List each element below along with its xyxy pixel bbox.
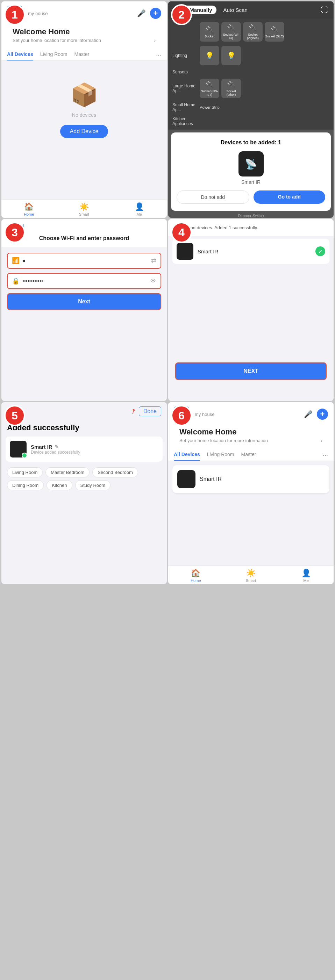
socket-other-item[interactable]: 🔌Socket (other) bbox=[221, 79, 241, 98]
refresh-icon[interactable]: ⇄ bbox=[151, 257, 156, 264]
socket-wifi-item[interactable]: 🔌 Socket (Wi-Fi) bbox=[221, 22, 241, 41]
eye-icon[interactable]: 👁 bbox=[150, 277, 156, 285]
home-label-6: my house bbox=[195, 412, 214, 417]
mic-icon[interactable]: 🎤 bbox=[137, 9, 146, 18]
tab-living-room[interactable]: Living Room bbox=[40, 51, 67, 60]
expand-icon[interactable]: ⛶ bbox=[321, 6, 328, 14]
device-name: Smart IR ✎ bbox=[31, 444, 158, 450]
empty-box-icon: 📦 bbox=[70, 82, 98, 108]
wifi-icon: 📶 bbox=[12, 257, 19, 264]
me-nav-icon-6: 👤 bbox=[302, 569, 311, 578]
tabs-6: All Devices Living Room Master ··· bbox=[168, 449, 333, 461]
online-dot bbox=[22, 453, 27, 458]
category-lighting: Lighting 💡 💡 bbox=[168, 44, 333, 67]
wifi-title: Choose Wi-Fi and enter password bbox=[2, 234, 167, 247]
mic-icon-6[interactable]: 🎤 bbox=[304, 410, 313, 418]
category-sensors: Sensors bbox=[168, 67, 333, 76]
socket-item[interactable]: 🔌 Socket bbox=[200, 22, 219, 41]
lighting-item-1[interactable]: 💡 bbox=[200, 46, 219, 65]
edit-icon[interactable]: ✎ bbox=[54, 444, 59, 449]
tab-more-6[interactable]: ··· bbox=[323, 452, 328, 461]
panel-4: 4 ✕ Found devices. Added 1 successfully.… bbox=[168, 219, 333, 401]
tab-all-devices-6[interactable]: All Devices bbox=[174, 452, 200, 461]
nav-home-label-6: Home bbox=[191, 578, 201, 582]
socket-ble-item[interactable]: 🔌 Socket (BLE) bbox=[265, 22, 284, 41]
category-small-home: Small Home Ap... Power Strip bbox=[168, 100, 333, 114]
home-subtitle: Set your home location for more informat… bbox=[7, 38, 161, 46]
step-badge-6: 6 bbox=[171, 405, 192, 426]
panel4-header: ✕ Found devices. Added 1 successfully. bbox=[168, 219, 333, 236]
room-dining[interactable]: Dining Room bbox=[7, 480, 44, 490]
room-living[interactable]: Living Room bbox=[7, 467, 43, 477]
nav-me[interactable]: 👤 Me bbox=[112, 202, 167, 216]
tab-living-6[interactable]: Living Room bbox=[207, 452, 234, 461]
room-second[interactable]: Second Bedroom bbox=[93, 467, 138, 477]
success-message: Found devices. Added 1 successfully. bbox=[182, 225, 258, 230]
modal-device-name: Smart IR bbox=[177, 179, 325, 185]
modal-title: Devices to be added: 1 bbox=[177, 140, 325, 146]
dimmer-switch-label: Dimmer Switch bbox=[168, 213, 333, 218]
socket-zigbee-item[interactable]: 🔌 Socket (Zigbee) bbox=[243, 22, 263, 41]
smart-nav-icon: ☀️ bbox=[80, 202, 89, 212]
panel-1: 1 🌅 my house 🎤 + Welcome Home Set your h… bbox=[2, 2, 167, 218]
panel-2: 2 Add Manually Auto Scan ⛶ 🔌 Socket 🔌 bbox=[168, 2, 333, 218]
lock-icon: 🔒 bbox=[12, 277, 19, 285]
next-button[interactable]: Next bbox=[7, 293, 161, 310]
home-nav-icon: 🏠 bbox=[24, 202, 34, 212]
panel-3: 3 Cancel Choose Wi-Fi and enter password… bbox=[2, 219, 167, 401]
nav-me-6[interactable]: 👤 Me bbox=[278, 569, 333, 582]
panel6-header: 🌅 my house 🎤 + bbox=[168, 402, 333, 425]
me-nav-icon: 👤 bbox=[135, 202, 144, 212]
panel-5: 5 ↗ Done Added successfully Smart IR ✎ D… bbox=[2, 402, 167, 584]
nav-home[interactable]: 🏠 Home bbox=[2, 202, 57, 216]
add-device-modal: Devices to be added: 1 📡 Smart IR Do not… bbox=[171, 132, 331, 211]
add-button-6[interactable]: + bbox=[317, 409, 328, 420]
wifi-name-input[interactable]: 📶 ■ ⇄ bbox=[7, 253, 161, 269]
password-input[interactable]: 🔒 •••••••••••• 👁 bbox=[7, 273, 161, 289]
wifi-value: ■ bbox=[22, 258, 148, 264]
add-device-button[interactable]: Add Device bbox=[60, 125, 108, 138]
room-study[interactable]: Study Room bbox=[75, 480, 111, 490]
step-badge-5: 5 bbox=[4, 405, 25, 426]
subtitle-6: Set your home location for more informat… bbox=[174, 438, 328, 446]
nav-me-label-6: Me bbox=[303, 578, 309, 582]
panel1-header: 🌅 my house 🎤 + bbox=[2, 2, 167, 24]
nav-smart-6[interactable]: ☀️ Smart bbox=[223, 569, 279, 582]
nav-smart[interactable]: ☀️ Smart bbox=[57, 202, 112, 216]
nav-home-6[interactable]: 🏠 Home bbox=[168, 569, 223, 582]
tab-master-6[interactable]: Master bbox=[241, 452, 256, 461]
step-badge-1: 1 bbox=[4, 4, 25, 25]
device-icon bbox=[10, 441, 27, 458]
tab-more[interactable]: ··· bbox=[156, 51, 161, 60]
smart-ir-card[interactable]: Smart IR bbox=[172, 465, 329, 493]
nav-smart-label-6: Smart bbox=[246, 578, 256, 582]
tab-master[interactable]: Master bbox=[75, 51, 89, 60]
add-button[interactable]: + bbox=[150, 8, 161, 19]
nb-iot-item[interactable]: 🔌Socket (NB-IoT) bbox=[200, 79, 219, 98]
password-value: •••••••••••• bbox=[22, 278, 147, 284]
device-name: Smart IR bbox=[198, 248, 311, 255]
welcome-title: Welcome Home bbox=[7, 25, 161, 38]
tab-auto-scan[interactable]: Auto Scan bbox=[219, 6, 252, 14]
lighting-item-2[interactable]: 💡 bbox=[221, 46, 241, 65]
do-not-add-button[interactable]: Do not add bbox=[177, 191, 249, 204]
room-kitchen[interactable]: Kitchen bbox=[46, 480, 72, 490]
panel-6: 6 🌅 my house 🎤 + Welcome Home Set your h… bbox=[168, 402, 333, 584]
done-button[interactable]: Done bbox=[139, 406, 161, 416]
nav-me-label: Me bbox=[137, 212, 142, 216]
success-check-icon: ✓ bbox=[316, 247, 325, 256]
next-button[interactable]: NEXT bbox=[175, 363, 327, 380]
go-to-add-button[interactable]: Go to add bbox=[254, 191, 325, 204]
nav-home-label: Home bbox=[24, 212, 34, 216]
wifi-form: 📶 ■ ⇄ 🔒 •••••••••••• 👁 Next bbox=[2, 247, 167, 316]
device-sub: Device added successfully bbox=[31, 450, 158, 455]
bottom-nav: 🏠 Home ☀️ Smart 👤 Me bbox=[2, 199, 167, 218]
home-nav-icon-6: 🏠 bbox=[191, 569, 200, 578]
step-badge-3: 3 bbox=[4, 222, 25, 243]
bottom-nav-6: 🏠 Home ☀️ Smart 👤 Me bbox=[168, 565, 333, 584]
category-large-home: Large Home Ap... 🔌Socket (NB-IoT) 🔌Socke… bbox=[168, 76, 333, 100]
no-devices-text: No devices bbox=[72, 112, 96, 118]
room-master[interactable]: Master Bedroom bbox=[45, 467, 89, 477]
panel5-header: ↗ Done bbox=[2, 402, 167, 420]
tab-all-devices[interactable]: All Devices bbox=[7, 51, 33, 60]
